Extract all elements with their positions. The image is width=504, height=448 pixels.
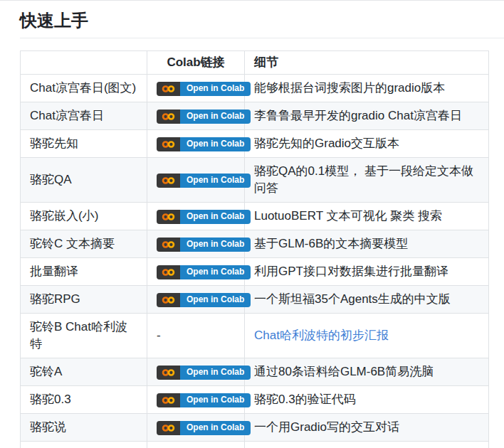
- project-name-cell: Chat凉宫春日: [21, 102, 147, 130]
- detail-cell: 骆驼QA的0.1模型， 基于一段给定文本做问答: [245, 158, 489, 203]
- open-in-colab-badge[interactable]: Open in Colab: [157, 265, 251, 279]
- table-row: Chat凉宫春日Open in Colab李鲁鲁最早开发的gradio Chat…: [21, 102, 489, 130]
- detail-cell: 李鲁鲁最早开发的gradio Chat凉宫春日: [245, 102, 489, 130]
- open-in-colab-badge[interactable]: Open in Colab: [157, 293, 251, 307]
- project-name-cell: 骆驼0.3: [21, 386, 147, 414]
- project-name-cell: 骆驼嵌入(小): [21, 203, 147, 230]
- detail-cell: 基于GLM-6B的文本摘要模型: [245, 230, 489, 258]
- project-name-cell: 骆驼说: [21, 414, 147, 442]
- badge-label: Open in Colab: [180, 82, 251, 96]
- table-row: 驼铃B Chat哈利波特-Chat哈利波特的初步汇报: [21, 314, 489, 358]
- colab-logo-icon: [157, 366, 180, 380]
- colab-logo-icon: [157, 110, 180, 124]
- colab-link-cell: Open in Colab: [147, 358, 245, 386]
- colab-link-cell: Open in Colab: [147, 75, 245, 102]
- table-row: 骆驼先知Open in Colab骆驼先知的Gradio交互版本: [21, 130, 489, 158]
- colab-link-cell: Open in Colab: [147, 230, 245, 258]
- detail-cell: 骆驼0.3的验证代码: [245, 386, 489, 414]
- colab-link-cell: Open in Colab: [147, 386, 245, 414]
- table-row: 骆驼QAOpen in Colab骆驼QA的0.1模型， 基于一段给定文本做问答: [21, 158, 489, 203]
- colab-link-cell: Open in Colab: [147, 258, 245, 286]
- detail-cell: 中文文本摘要的Gradio交互界面: [245, 442, 489, 448]
- header-detail: 细节: [245, 51, 489, 75]
- colab-logo-icon: [157, 82, 180, 96]
- table-header-row: Colab链接 细节: [21, 51, 489, 75]
- project-name-cell: 骆驼先知: [21, 130, 147, 158]
- badge-label: Open in Colab: [180, 265, 251, 279]
- table-row: 驼铃C 文本摘要Open in Colab基于GLM-6B的文本摘要模型: [21, 230, 489, 258]
- table-row: 骆驼0.3Open in Colab骆驼0.3的验证代码: [21, 386, 489, 414]
- colab-link-cell: Open in Colab: [147, 286, 245, 314]
- detail-cell: LuotuoBERT 文本可视化 聚类 搜索: [245, 203, 489, 230]
- project-name-cell: 骆驼QA: [21, 158, 147, 203]
- colab-link-cell: Open in Colab: [147, 442, 245, 448]
- open-in-colab-badge[interactable]: Open in Colab: [157, 137, 251, 151]
- open-in-colab-badge[interactable]: Open in Colab: [157, 174, 251, 188]
- table-row: 批量翻译Open in Colab利用GPT接口对数据集进行批量翻译: [21, 258, 489, 286]
- colab-link-cell: Open in Colab: [147, 130, 245, 158]
- open-in-colab-badge[interactable]: Open in Colab: [157, 210, 251, 224]
- badge-label: Open in Colab: [180, 110, 251, 124]
- no-colab-dash: -: [157, 329, 161, 342]
- colab-link-cell: Open in Colab: [147, 102, 245, 130]
- open-in-colab-badge[interactable]: Open in Colab: [157, 110, 251, 124]
- open-in-colab-badge[interactable]: Open in Colab: [157, 421, 251, 435]
- open-in-colab-badge[interactable]: Open in Colab: [157, 393, 251, 407]
- colab-logo-icon: [157, 393, 180, 407]
- badge-label: Open in Colab: [180, 137, 251, 151]
- project-name-cell: 驼铃C 文本摘要: [21, 230, 147, 258]
- table-row: 骆驼嵌入(小)Open in ColabLuotuoBERT 文本可视化 聚类 …: [21, 203, 489, 230]
- project-name-cell: 驼铃B Chat哈利波特: [21, 314, 147, 358]
- table-body: Chat凉宫春日(图文)Open in Colab能够根据台词搜索图片的grad…: [21, 75, 489, 448]
- badge-label: Open in Colab: [180, 366, 251, 380]
- project-name-cell: 批量翻译: [21, 258, 147, 286]
- open-in-colab-badge[interactable]: Open in Colab: [157, 238, 251, 252]
- project-name-cell: Chat凉宫春日(图文): [21, 75, 147, 102]
- detail-cell: Chat哈利波特的初步汇报: [245, 314, 489, 358]
- badge-label: Open in Colab: [180, 210, 251, 224]
- table-row: 骆驼说(GLM)Open in Colab中文文本摘要的Gradio交互界面: [21, 442, 489, 448]
- table-row: 骆驼说Open in Colab一个用Gradio写的交互对话: [21, 414, 489, 442]
- open-in-colab-badge[interactable]: Open in Colab: [157, 366, 251, 380]
- page-title: 快速上手: [20, 0, 504, 38]
- top-divider: [0, 0, 504, 1]
- badge-label: Open in Colab: [180, 393, 251, 407]
- detail-cell: 骆驼先知的Gradio交互版本: [245, 130, 489, 158]
- table-row: 骆驼RPGOpen in Colab一个斯坦福35个Agents生成的中文版: [21, 286, 489, 314]
- detail-cell: 能够根据台词搜索图片的gradio版本: [245, 75, 489, 102]
- header-colab-link: Colab链接: [147, 51, 245, 75]
- detail-cell: 一个用Gradio写的交互对话: [245, 414, 489, 442]
- quickstart-table: Colab链接 细节 Chat凉宫春日(图文)Open in Colab能够根据…: [20, 50, 489, 448]
- badge-label: Open in Colab: [180, 174, 251, 188]
- detail-cell: 利用GPT接口对数据集进行批量翻译: [245, 258, 489, 286]
- header-blank: [21, 51, 147, 75]
- project-name-cell: 骆驼说(GLM): [21, 442, 147, 448]
- colab-logo-icon: [157, 210, 180, 224]
- project-name-cell: 驼铃A: [21, 358, 147, 386]
- colab-link-cell: Open in Colab: [147, 203, 245, 230]
- table-row: 驼铃AOpen in Colab通过80条语料给GLM-6B简易洗脑: [21, 358, 489, 386]
- badge-label: Open in Colab: [180, 293, 251, 307]
- colab-link-cell: -: [147, 314, 245, 358]
- colab-logo-icon: [157, 174, 180, 188]
- detail-cell: 一个斯坦福35个Agents生成的中文版: [245, 286, 489, 314]
- colab-logo-icon: [157, 421, 180, 435]
- colab-logo-icon: [157, 293, 180, 307]
- colab-link-cell: Open in Colab: [147, 158, 245, 203]
- detail-cell: 通过80条语料给GLM-6B简易洗脑: [245, 358, 489, 386]
- badge-label: Open in Colab: [180, 238, 251, 252]
- colab-link-cell: Open in Colab: [147, 414, 245, 442]
- badge-label: Open in Colab: [180, 421, 251, 435]
- colab-logo-icon: [157, 137, 180, 151]
- colab-logo-icon: [157, 265, 180, 279]
- colab-logo-icon: [157, 238, 180, 252]
- readme-page: 快速上手 Colab链接 细节 Chat凉宫春日(图文)Open in Cola…: [0, 0, 504, 448]
- open-in-colab-badge[interactable]: Open in Colab: [157, 82, 251, 96]
- project-name-cell: 骆驼RPG: [21, 286, 147, 314]
- table-row: Chat凉宫春日(图文)Open in Colab能够根据台词搜索图片的grad…: [21, 75, 489, 102]
- detail-link[interactable]: Chat哈利波特的初步汇报: [254, 329, 389, 342]
